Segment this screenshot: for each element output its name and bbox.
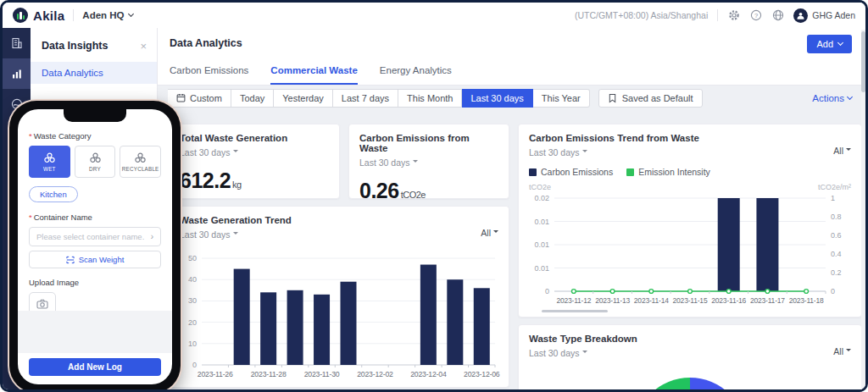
- phone-section-divider: [18, 311, 172, 353]
- svg-text:0.2: 0.2: [831, 268, 842, 277]
- waste-category-options: WET DRY RECYCLABLE: [29, 146, 161, 178]
- phone-notch: [64, 109, 126, 122]
- waste-category-button[interactable]: WET: [29, 146, 70, 178]
- actions-label: Actions: [812, 93, 844, 103]
- axis-unit-labels: tCO2e tCO2e/m²: [529, 183, 851, 191]
- page-header: Data Analytics Add Carbon EmissionsComme…: [158, 28, 865, 86]
- svg-text:2023-11-18: 2023-11-18: [789, 296, 824, 305]
- svg-text:0: 0: [192, 361, 197, 369]
- dropdown-caret-icon: [582, 150, 587, 155]
- svg-text:0.02: 0.02: [534, 194, 549, 202]
- filter-selector[interactable]: All: [833, 146, 851, 156]
- timezone-label: (UTC/GMT+08:00) Asia/Shanghai: [575, 10, 708, 20]
- chart-legend: Carbon EmissionsEmission Intensity: [529, 167, 851, 177]
- time-range-button[interactable]: Last 7 days: [333, 89, 398, 108]
- time-range-button[interactable]: Last 30 days: [462, 89, 532, 108]
- org-selector[interactable]: Aden HQ: [82, 10, 132, 20]
- svg-text:2023-12-06: 2023-12-06: [464, 370, 500, 378]
- actions-menu[interactable]: Actions: [812, 93, 852, 103]
- sidebar-item-analytics[interactable]: [3, 58, 31, 89]
- svg-text:0: 0: [545, 287, 549, 295]
- tab[interactable]: Commercial Waste: [270, 65, 357, 85]
- waste-type-pie-chart: [634, 378, 746, 392]
- svg-text:2023-11-16: 2023-11-16: [711, 296, 746, 305]
- time-range-group: Custom Today Yesterday Last 7 days: [168, 89, 590, 108]
- scrollbar-thumb[interactable]: [861, 31, 865, 92]
- period-selector[interactable]: Last 30 days: [529, 348, 587, 358]
- svg-text:1: 1: [831, 194, 835, 202]
- filter-selector[interactable]: All: [481, 228, 498, 238]
- add-new-log-button[interactable]: Add New Log: [29, 358, 161, 376]
- phone-bezel: *Waste Category WET DRY: [9, 101, 181, 392]
- svg-text:10: 10: [188, 340, 197, 348]
- waste-category-button[interactable]: RECYCLABLE: [120, 146, 161, 178]
- divider: [73, 9, 74, 21]
- top-navbar: Akila Aden HQ (UTC/GMT+08:00) Asia/Shang…: [3, 3, 865, 28]
- period-selector[interactable]: Last 30 days: [180, 229, 238, 240]
- dropdown-caret-icon: [493, 230, 498, 235]
- upload-image-label: Upload Image: [29, 278, 161, 287]
- kpi-unit: kg: [232, 179, 242, 190]
- chart-title: Carbon Emissions Trend from Waste: [529, 133, 851, 143]
- time-range-button[interactable]: This Month: [398, 89, 462, 108]
- waste-generation-chart: 504030201002023-11-262023-11-282023-11-3…: [180, 253, 500, 388]
- add-button[interactable]: Add: [807, 35, 852, 53]
- left-axis-unit: tCO2e: [529, 183, 551, 191]
- legend-item[interactable]: Emission Intensity: [626, 167, 710, 177]
- phone-screen: *Waste Category WET DRY: [18, 109, 172, 384]
- svg-text:30: 30: [188, 296, 197, 305]
- tab[interactable]: Energy Analytics: [380, 65, 452, 85]
- akila-logo-icon: [13, 8, 28, 23]
- time-range-button[interactable]: This Year: [533, 89, 590, 108]
- saved-as-default-button[interactable]: Saved as Default: [598, 89, 703, 108]
- user-menu[interactable]: GHG Aden: [793, 8, 855, 23]
- filter-selector[interactable]: All: [833, 346, 851, 356]
- svg-text:0.01: 0.01: [534, 218, 549, 226]
- waste-category-label: *Waste Category: [29, 131, 161, 141]
- period-selector[interactable]: Last 30 days: [359, 157, 418, 168]
- tab[interactable]: Carbon Emissions: [170, 65, 248, 85]
- user-name: GHG Aden: [812, 10, 855, 20]
- add-button-label: Add: [816, 39, 833, 49]
- svg-text:?: ?: [754, 12, 758, 19]
- dropdown-caret-icon: [846, 349, 851, 354]
- dropdown-caret-icon: [413, 160, 418, 165]
- container-name-select[interactable]: Please select container name. ›: [29, 227, 161, 246]
- period-selector[interactable]: Last 30 days: [180, 147, 238, 157]
- datazoom-thumb[interactable]: [542, 310, 608, 312]
- camera-icon: [36, 299, 48, 309]
- svg-text:40: 40: [188, 275, 197, 284]
- scan-weight-button[interactable]: Scan Weight: [29, 251, 161, 268]
- svg-text:2023-11-14: 2023-11-14: [634, 296, 669, 305]
- select-placeholder: Please select container name.: [36, 232, 144, 241]
- kpi-value: 612.2kg: [180, 168, 329, 193]
- waste-category-button[interactable]: DRY: [75, 146, 116, 178]
- svg-text:0.01: 0.01: [534, 264, 549, 273]
- waste-bin-icon: [43, 152, 56, 164]
- sidebar-item-data-analytics[interactable]: Data Analytics: [31, 62, 157, 84]
- svg-text:0.6: 0.6: [831, 231, 842, 240]
- period-selector[interactable]: Last 30 days: [529, 147, 587, 157]
- chevron-right-icon: ›: [151, 232, 153, 241]
- svg-text:2023-11-28: 2023-11-28: [251, 370, 287, 378]
- time-range-button[interactable]: Today: [231, 89, 274, 108]
- globe-language-icon[interactable]: [771, 9, 784, 22]
- kitchen-tag[interactable]: Kitchen: [29, 186, 78, 202]
- svg-text:0.01: 0.01: [534, 240, 549, 249]
- carbon-trend-chart: 0.020.010.010.01010.80.60.40.202023-11-1…: [529, 191, 853, 317]
- akila-logo: Akila: [13, 8, 64, 23]
- dropdown-caret-icon: [582, 351, 587, 356]
- dropdown-caret-icon: [233, 232, 238, 237]
- svg-text:2023-11-30: 2023-11-30: [304, 370, 340, 378]
- chevron-down-icon: [847, 94, 853, 100]
- time-range-button[interactable]: Yesterday: [274, 89, 333, 108]
- help-icon[interactable]: ?: [749, 9, 762, 22]
- app-window: Akila Aden HQ (UTC/GMT+08:00) Asia/Shang…: [0, 0, 868, 392]
- close-icon[interactable]: ×: [140, 41, 147, 52]
- avatar: [793, 8, 808, 23]
- legend-item[interactable]: Carbon Emissions: [529, 167, 613, 177]
- settings-gear-icon[interactable]: [727, 9, 740, 22]
- svg-text:20: 20: [188, 318, 197, 327]
- time-range-button[interactable]: Custom: [168, 89, 231, 108]
- sidebar-item-buildings[interactable]: [3, 28, 31, 58]
